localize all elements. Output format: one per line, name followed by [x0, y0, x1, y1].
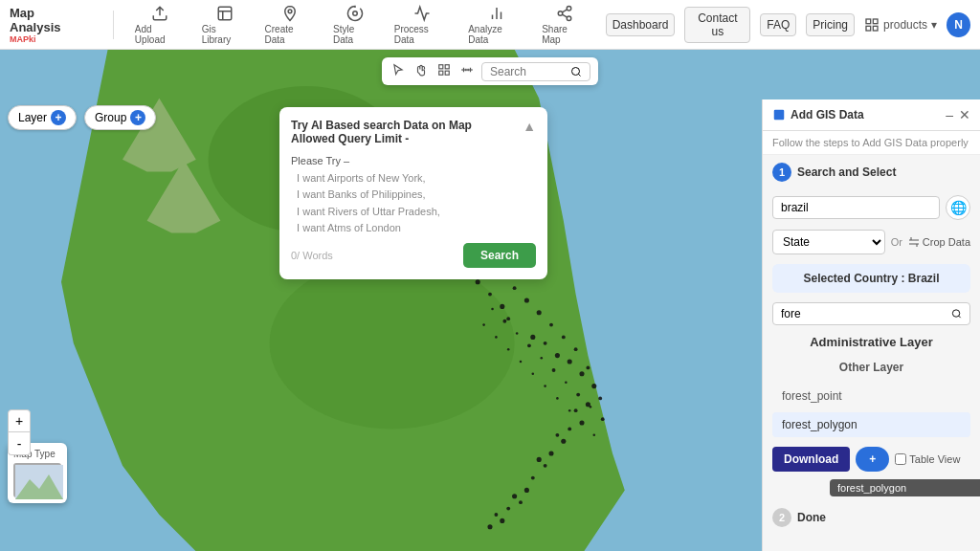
- globe-button[interactable]: 🌐: [946, 195, 970, 220]
- user-avatar[interactable]: N: [947, 12, 970, 37]
- products-chevron-icon: ▾: [931, 18, 937, 32]
- svg-point-71: [532, 373, 535, 376]
- toolbar-add-upload[interactable]: Add Upload: [135, 5, 185, 45]
- svg-line-83: [578, 74, 580, 76]
- group-label: Group: [95, 111, 126, 124]
- state-select[interactable]: State: [772, 230, 885, 254]
- svg-point-44: [561, 439, 566, 444]
- other-layer-heading: Other Layer: [763, 355, 980, 380]
- svg-point-22: [476, 279, 480, 284]
- svg-rect-84: [774, 110, 785, 121]
- svg-point-72: [544, 385, 546, 387]
- group-add-icon[interactable]: +: [130, 110, 145, 125]
- toolbar-gis-library[interactable]: Gis Library: [202, 5, 248, 45]
- ai-word-count: 0/ Words: [291, 250, 333, 261]
- app-logo: Map Analysis MAPki: [10, 6, 88, 44]
- crop-data-button[interactable]: Crop Data: [908, 236, 970, 248]
- map-tool-grid[interactable]: [435, 61, 453, 81]
- svg-point-55: [494, 513, 498, 517]
- svg-point-6: [568, 6, 572, 11]
- svg-point-69: [507, 348, 510, 351]
- country-search-input[interactable]: [781, 201, 931, 214]
- ai-prompt-hint: Please Try –: [291, 153, 536, 170]
- layer-item-forest-point[interactable]: forest_point: [772, 384, 970, 408]
- map-search-box[interactable]: [481, 62, 590, 81]
- nav-dashboard[interactable]: Dashboard: [606, 13, 676, 36]
- download-button[interactable]: Download: [772, 447, 850, 472]
- svg-point-24: [500, 304, 504, 309]
- layer-search-row: [763, 298, 980, 329]
- table-view-checkbox[interactable]: [895, 453, 906, 465]
- toolbar-share-map-label: Share Map: [542, 24, 588, 45]
- svg-rect-14: [866, 26, 871, 31]
- gis-panel-subtitle: Follow the steps to Add GIS Data properl…: [763, 131, 980, 155]
- map-tool-hand[interactable]: [412, 61, 430, 81]
- layer-add-icon[interactable]: +: [51, 110, 66, 125]
- gis-panel-icon: [772, 108, 786, 121]
- svg-rect-11: [866, 19, 871, 24]
- svg-point-33: [562, 335, 566, 339]
- ai-panel-close-icon[interactable]: ▲: [523, 119, 536, 134]
- country-search-wrap[interactable]: [772, 196, 940, 219]
- app-title: Map Analysis: [10, 6, 88, 34]
- map-type-thumbnail[interactable]: [13, 463, 61, 497]
- gis-step-1: 1 Search and Select: [763, 155, 980, 189]
- layer-controls: Layer + Group +: [8, 105, 156, 130]
- svg-line-9: [563, 14, 568, 17]
- map-tool-cursor[interactable]: [390, 61, 407, 81]
- toolbar-process-data[interactable]: Process Data: [394, 5, 451, 45]
- layer-search-wrap[interactable]: [772, 302, 970, 325]
- toolbar-add-upload-label: Add Upload: [135, 24, 185, 45]
- svg-point-2: [353, 11, 358, 15]
- gis-panel-close-icon[interactable]: ✕: [959, 107, 970, 122]
- ai-search-button[interactable]: Search: [463, 243, 536, 268]
- nav-faq[interactable]: FAQ: [760, 13, 796, 36]
- map-search-input[interactable]: [490, 65, 567, 78]
- layer-search-input[interactable]: [781, 307, 947, 320]
- layer-item-forest-polygon[interactable]: forest_polygon: [772, 412, 970, 437]
- add-layer-button[interactable]: +: [856, 447, 889, 472]
- nav-pricing[interactable]: Pricing: [806, 13, 855, 36]
- ai-example-1: I want Airports of New York,: [291, 170, 536, 187]
- zoom-out-button[interactable]: -: [8, 432, 31, 455]
- svg-point-58: [502, 320, 506, 323]
- main-toolbar: Map Analysis MAPki Add Upload Gis Librar…: [0, 0, 980, 50]
- group-button[interactable]: Group +: [84, 105, 156, 130]
- svg-point-52: [512, 494, 517, 498]
- ai-panel-title: Try AI Based search Data on MapAllowed Q…: [291, 119, 523, 145]
- table-view-label[interactable]: Table View: [895, 453, 960, 465]
- zoom-controls: + -: [8, 409, 31, 455]
- gis-panel-minimize-icon[interactable]: –: [946, 107, 953, 122]
- svg-point-82: [572, 67, 580, 75]
- nav-contact[interactable]: Contact us: [684, 7, 750, 43]
- toolbar-create-data[interactable]: Create Data: [265, 5, 316, 45]
- svg-rect-0: [218, 7, 232, 20]
- app-subtitle: MAPki: [10, 34, 36, 44]
- or-label: Or: [891, 236, 902, 248]
- toolbar-process-data-label: Process Data: [394, 24, 451, 45]
- svg-rect-13: [873, 26, 878, 31]
- selected-country-label: Selected Country : Brazil: [784, 272, 959, 285]
- ai-example-4: I want Atms of London: [291, 220, 536, 237]
- toolbar-style-data[interactable]: Style Data: [333, 5, 377, 45]
- zoom-in-button[interactable]: +: [8, 409, 31, 432]
- svg-point-60: [527, 343, 531, 347]
- toolbar-analyze-data[interactable]: Analyze Data: [468, 5, 524, 45]
- svg-point-56: [487, 524, 492, 529]
- svg-point-30: [530, 335, 535, 340]
- svg-point-45: [555, 433, 559, 437]
- gis-panel: Add GIS Data – ✕ Follow the steps to Add…: [762, 99, 980, 551]
- toolbar-share-map[interactable]: Share Map: [542, 5, 588, 45]
- svg-point-73: [556, 397, 559, 400]
- ai-panel-body[interactable]: Please Try – I want Airports of New York…: [291, 153, 536, 237]
- svg-point-43: [568, 427, 571, 430]
- svg-point-85: [952, 310, 959, 317]
- products-dropdown[interactable]: products ▾: [864, 17, 937, 33]
- svg-point-66: [601, 417, 605, 421]
- svg-point-53: [506, 507, 510, 511]
- toolbar-create-data-label: Create Data: [265, 24, 316, 45]
- map-tool-measure[interactable]: [458, 61, 476, 81]
- action-row: Download + Table View: [763, 441, 980, 477]
- svg-point-27: [506, 317, 510, 320]
- layer-button[interactable]: Layer +: [8, 105, 77, 130]
